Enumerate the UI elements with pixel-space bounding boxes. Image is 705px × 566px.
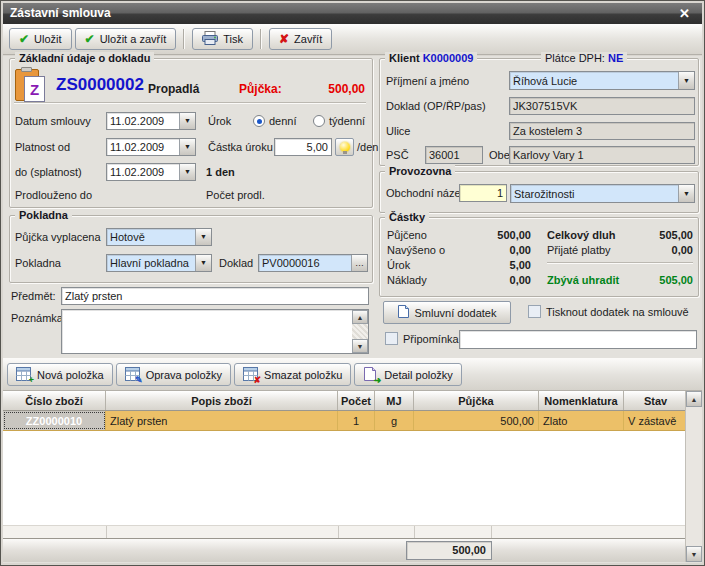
note-textarea[interactable] [61, 309, 369, 354]
valid-from-picker[interactable]: 11.02.2009 ▼ [106, 138, 196, 156]
payments-label: Přijaté platby [547, 244, 611, 256]
row-cell-unit[interactable]: g [375, 411, 414, 430]
reminder-label[interactable]: Připomínka [403, 333, 459, 345]
interest-daily-radio[interactable] [253, 115, 265, 127]
due-date-value: 11.02.2009 [107, 164, 179, 180]
column-header[interactable]: Nomenklatura [539, 391, 624, 410]
print-button[interactable]: Tisk [192, 28, 253, 50]
column-header[interactable]: Půjčka [414, 391, 539, 410]
table-edit-icon: ✎ [125, 367, 141, 382]
scroll-up-icon[interactable]: ▲ [352, 310, 368, 324]
close-icon: ✘ [279, 33, 289, 45]
item-detail-button[interactable]: ➜ Detail položky [354, 363, 461, 386]
contract-addendum-button[interactable]: Smluvní dodatek [383, 301, 511, 324]
column-header[interactable]: Popis zboží [106, 391, 338, 410]
interest-daily-label[interactable]: denní [269, 115, 297, 127]
window-close-icon[interactable]: ✕ [679, 3, 690, 24]
grid-footer: 500,00 [3, 538, 687, 562]
loan-label: Půjčka: [239, 82, 282, 96]
contract-date-picker[interactable]: 11.02.2009 ▼ [106, 112, 196, 130]
amount-row-value: 0,00 [463, 244, 531, 256]
grid-scrollbar[interactable]: ▲ ▼ [685, 391, 702, 562]
print-addendum-label[interactable]: Tisknout dodatek na smlouvě [546, 306, 689, 318]
divider [14, 102, 366, 104]
contract-date-value: 11.02.2009 [107, 113, 179, 129]
branch-number-input[interactable]: 1 [459, 184, 507, 202]
column-header[interactable]: Počet [338, 391, 375, 410]
row-cell-item-number[interactable]: ZZ0000010 [3, 411, 106, 430]
total-debt-value: 505,00 [625, 229, 693, 241]
client-street-label: Ulice [386, 125, 410, 137]
cash-doc-field[interactable]: PV0000016 … [258, 254, 368, 272]
chevron-down-icon[interactable]: ▼ [678, 185, 694, 202]
save-button[interactable]: ✔ Uložit [9, 28, 72, 50]
delete-item-button[interactable]: ✘ Smazat položku [234, 363, 351, 386]
client-name-value: Říhová Lucie [510, 73, 678, 89]
scroll-up-icon[interactable]: ▲ [686, 391, 702, 407]
reminder-checkbox[interactable] [385, 332, 398, 345]
remaining-value: 505,00 [625, 274, 693, 286]
edit-item-button[interactable]: ✎ Oprava položky [116, 363, 231, 386]
chevron-down-icon[interactable]: ▼ [678, 72, 694, 89]
chevron-down-icon[interactable]: ▼ [179, 164, 195, 180]
row-cell-count[interactable]: 1 [338, 411, 375, 430]
interest-label: Úrok [208, 115, 231, 127]
grid-empty-row [3, 525, 687, 538]
cashdesk-label: Pokladna [15, 257, 61, 269]
extended-to-label: Prodlouženo do [15, 189, 92, 201]
interest-unit-label: /den [357, 141, 378, 153]
row-cell-loan[interactable]: 500,00 [414, 411, 539, 430]
arrow-icon: ➜ [374, 376, 382, 385]
close-button[interactable]: ✘ Zavřít [269, 28, 332, 50]
cashdesk-select[interactable]: Hlavní pokladna ▼ [106, 254, 212, 272]
amount-row-label: Půjčeno [387, 229, 427, 241]
client-id-field: JK307515VK [509, 97, 695, 115]
column-header[interactable]: Stav [624, 391, 687, 410]
ellipsis-icon[interactable]: … [351, 255, 367, 271]
column-header[interactable]: MJ [375, 391, 414, 410]
chevron-down-icon[interactable]: ▼ [195, 229, 211, 245]
due-date-picker[interactable]: 11.02.2009 ▼ [106, 163, 196, 181]
interest-amount-input[interactable]: 5,00 [274, 138, 332, 156]
check-icon: ✔ [85, 33, 95, 45]
row-cell-description[interactable]: Zlatý prsten [106, 411, 338, 430]
check-icon: ✔ [19, 33, 29, 45]
vat-payer-value: NE [608, 52, 623, 64]
due-date-label: do (splatnost) [15, 166, 82, 178]
scroll-down-icon[interactable]: ▼ [686, 546, 702, 562]
new-item-button[interactable]: + Nová položka [7, 363, 113, 386]
row-cell-state[interactable]: V zástavě [624, 411, 687, 430]
branch-name-label: Obchodní název [386, 187, 466, 199]
branch-name-select[interactable]: Starožitnosti ▼ [510, 184, 695, 203]
duration-label: 1 den [206, 166, 235, 178]
document-page-icon [398, 305, 409, 320]
loan-paid-value: Hotově [107, 229, 195, 245]
amount-row-value: 0,00 [463, 274, 531, 286]
table-row-selected[interactable]: ZZ0000010 Zlatý prsten 1 g 500,00 Zlato … [3, 411, 687, 431]
client-name-select[interactable]: Říhová Lucie ▼ [509, 71, 695, 90]
chevron-down-icon[interactable]: ▼ [195, 255, 211, 271]
row-cell-nomenclature[interactable]: Zlato [539, 411, 624, 430]
grid-header-row: Číslo zboží Popis zboží Počet MJ Půjčka … [3, 391, 687, 411]
loan-total-box: 500,00 [406, 541, 492, 560]
loan-paid-select[interactable]: Hotově ▼ [106, 228, 212, 246]
chevron-down-icon[interactable]: ▼ [179, 139, 195, 155]
interest-hint-button[interactable] [335, 138, 354, 156]
scroll-track[interactable] [352, 324, 368, 339]
cashdesk-value: Hlavní pokladna [107, 255, 195, 271]
document-group-title: Základní údaje o dokladu [15, 52, 154, 64]
save-and-close-button-label: Uložit a zavřít [100, 33, 167, 45]
reminder-input[interactable] [459, 330, 697, 349]
chevron-down-icon[interactable]: ▼ [179, 113, 195, 129]
note-scrollbar[interactable]: ▲ ▼ [352, 310, 368, 353]
print-addendum-checkbox[interactable] [528, 305, 541, 318]
subject-input[interactable]: Zlatý prsten [61, 287, 369, 305]
client-title-text: Klient [389, 52, 420, 64]
interest-weekly-label[interactable]: týdenní [329, 115, 365, 127]
client-id-label: Doklad (OP/ŘP/pas) [386, 100, 486, 112]
scroll-down-icon[interactable]: ▼ [352, 339, 368, 353]
save-and-close-button[interactable]: ✔ Uložit a zavřít [75, 28, 177, 50]
interest-weekly-radio[interactable] [313, 115, 325, 127]
vat-payer-label: Plátce DPH: [545, 52, 605, 64]
column-header[interactable]: Číslo zboží [3, 391, 106, 410]
